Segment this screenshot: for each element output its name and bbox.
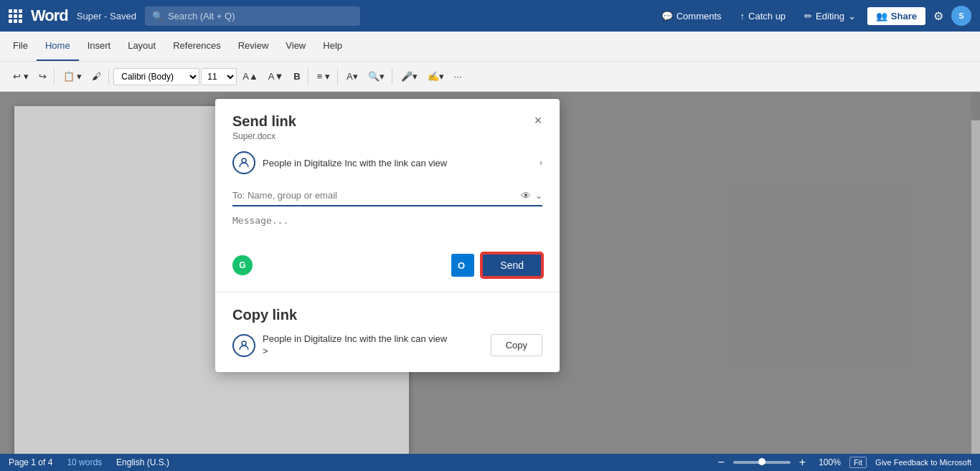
to-chevron-icon[interactable]: ⌄ [535, 191, 542, 201]
app-name: Word [31, 6, 68, 25]
zoom-level: 100% [819, 457, 841, 467]
align-button[interactable]: ≡ ▾ [313, 68, 334, 85]
pencil-icon: ✏ [804, 11, 812, 22]
outlook-icon: O [451, 254, 474, 277]
copy-permission-arrow[interactable]: > [263, 346, 268, 356]
zoom-plus-button[interactable]: + [795, 453, 810, 471]
tab-review[interactable]: Review [230, 32, 278, 61]
grammarly-icon: G [232, 255, 253, 275]
content-area: Header Send link [0, 92, 980, 454]
tab-help[interactable]: Help [314, 32, 351, 61]
modal-send-section: Send link Super.docx × [215, 99, 560, 292]
modal-subtitle: Super.docx [232, 131, 296, 141]
to-input[interactable] [232, 186, 521, 205]
more-button[interactable]: ··· [450, 68, 466, 85]
send-row-left: G [232, 255, 253, 275]
paragraph-group: ≡ ▾ [310, 68, 338, 85]
search-container: 🔍 [145, 6, 360, 26]
zoom-slider[interactable] [733, 461, 791, 464]
catchup-label: Catch up [748, 11, 786, 22]
share-button[interactable]: 👥 Share [867, 7, 925, 25]
title-bar: Word Super - Saved 🔍 💬 Comments ↑ Catch … [0, 0, 980, 32]
status-bar: Page 1 of 4 10 words English (U.S.) − + … [0, 454, 980, 471]
status-bar-right: − + 100% Fit Give Feedback to Microsoft [713, 453, 971, 471]
zoom-control: − + [713, 453, 810, 471]
modal-overlay: Send link Super.docx × [0, 92, 980, 454]
title-bar-left: Word Super - Saved 🔍 [9, 6, 654, 26]
send-row-right: O Send [451, 253, 542, 277]
font-increase-button[interactable]: A▲ [238, 68, 263, 85]
editing-chevron-icon: ⌄ [848, 11, 856, 22]
tab-file[interactable]: File [4, 32, 37, 61]
catchup-button[interactable]: ↑ Catch up [733, 7, 793, 25]
share-label: Share [891, 11, 917, 22]
svg-point-3 [242, 341, 246, 346]
app-grid-icon[interactable] [9, 9, 22, 23]
font-decrease-button[interactable]: A▼ [264, 68, 288, 85]
font-group: Calibri (Body) 11 A▲ A▼ B [110, 68, 308, 85]
settings-icon[interactable]: ⚙ [930, 6, 947, 27]
font-select[interactable]: Calibri (Body) [113, 68, 199, 85]
copy-permission-main: People in Digitalize Inc with the link c… [263, 333, 447, 344]
more-group: 🎤▾ ✍▾ ··· [394, 68, 469, 85]
zoom-thumb [758, 458, 765, 465]
tab-references[interactable]: References [164, 32, 229, 61]
doc-title: Super - Saved [77, 11, 136, 22]
avatar[interactable]: S [951, 6, 971, 26]
language: English (U.S.) [116, 457, 169, 467]
to-icons: 👁 ⌄ [521, 190, 542, 201]
message-input[interactable] [232, 215, 542, 244]
clipboard-group: 📋 ▾ 🖌 [56, 68, 110, 85]
fit-button[interactable]: Fit [849, 457, 867, 468]
modal-copy-section: Copy link People in Digitalize Inc with … [215, 292, 560, 372]
to-field-row: 👁 ⌄ [232, 186, 542, 206]
tab-home[interactable]: Home [37, 32, 79, 61]
bold-button[interactable]: B [289, 68, 304, 85]
styles-group: A▾ 🔍▾ [339, 68, 392, 85]
send-permission-row[interactable]: People in Digitalize Inc with the link c… [232, 151, 542, 174]
modal-header: Send link Super.docx [232, 113, 296, 151]
tab-layout[interactable]: Layout [119, 32, 164, 61]
comments-button[interactable]: 💬 Comments [654, 7, 729, 25]
copy-button[interactable]: Copy [491, 334, 542, 356]
redo-button[interactable]: ↪ [34, 68, 51, 85]
editing-button[interactable]: ✏ Editing ⌄ [797, 7, 863, 25]
toolbar: ↩ ▾ ↪ 📋 ▾ 🖌 Calibri (Body) 11 A▲ A▼ B ≡ … [0, 62, 980, 92]
eye-icon[interactable]: 👁 [521, 190, 531, 201]
zoom-minus-button[interactable]: − [713, 453, 728, 471]
clipboard-button[interactable]: 📋 ▾ [59, 68, 87, 85]
ribbon-tabs: File Home Insert Layout References Revie… [4, 32, 351, 61]
title-bar-right: 💬 Comments ↑ Catch up ✏ Editing ⌄ 👥 Shar… [654, 6, 971, 27]
tab-insert[interactable]: Insert [79, 32, 120, 61]
copy-permission-icon [232, 334, 255, 357]
feedback-label[interactable]: Give Feedback to Microsoft [875, 458, 971, 467]
copy-title: Copy link [232, 307, 542, 323]
format-paint-button[interactable]: 🖌 [88, 68, 105, 85]
share-people-icon: 👥 [876, 11, 887, 22]
editing-label: Editing [816, 11, 844, 22]
app-container: Word Super - Saved 🔍 💬 Comments ↑ Catch … [0, 0, 980, 471]
undo-button[interactable]: ↩ ▾ [9, 68, 33, 85]
ribbon-tabs-bar: File Home Insert Layout References Revie… [0, 32, 980, 62]
comments-icon: 💬 [661, 11, 673, 22]
size-select[interactable]: 11 [201, 68, 237, 85]
text-color-button[interactable]: A▾ [342, 68, 362, 85]
send-button[interactable]: Send [481, 253, 542, 277]
editor-button[interactable]: ✍▾ [423, 68, 448, 85]
microphone-button[interactable]: 🎤▾ [397, 68, 422, 85]
tab-view[interactable]: View [277, 32, 314, 61]
undo-redo-group: ↩ ▾ ↪ [6, 68, 55, 85]
copy-row: People in Digitalize Inc with the link c… [232, 333, 542, 358]
send-permission-arrow-icon: › [540, 158, 542, 168]
send-permission-icon [232, 151, 255, 174]
comments-label: Comments [677, 11, 722, 22]
find-button[interactable]: 🔍▾ [364, 68, 389, 85]
copy-permission-text: People in Digitalize Inc with the link c… [263, 333, 484, 358]
search-input[interactable] [145, 6, 360, 26]
send-permission-text: People in Digitalize Inc with the link c… [263, 158, 532, 168]
modal-close-button[interactable]: × [528, 110, 548, 130]
modal-inner: Send link Super.docx × [215, 99, 560, 372]
catchup-icon: ↑ [740, 11, 745, 22]
word-count: 10 words [67, 457, 102, 467]
svg-text:O: O [458, 260, 465, 271]
